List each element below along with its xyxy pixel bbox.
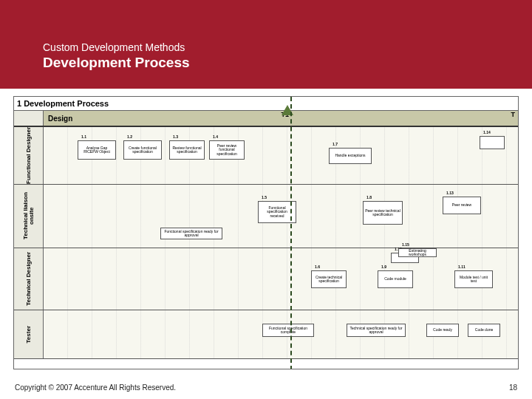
process-box-number: 1.6	[315, 265, 320, 270]
process-box: Analyse Gap RICEFW Object1.1	[78, 140, 116, 160]
process-box-number: 1.13	[446, 191, 454, 196]
header-subtitle: Custom Development Methods	[43, 41, 190, 53]
phase-design: Design T1 T	[44, 111, 518, 126]
lane-label-td: Technical Designer	[26, 252, 32, 306]
process-box: Review functional specification1.3	[169, 140, 205, 160]
lane-technical-designer: Technical Designer Create technical spec…	[14, 248, 518, 310]
lane-label-tl: Technical liaison onsite	[23, 185, 35, 248]
lane-tester: Tester Functional specification complete…	[14, 310, 518, 359]
process-diagram: 1 Development Process Design T1 T Functi…	[13, 96, 519, 369]
process-box-number: 1.7	[332, 143, 338, 147]
process-box-number: 1.14	[483, 131, 491, 135]
process-box-number: 1.11	[458, 265, 466, 270]
process-box: Module test / unit test1.11	[454, 270, 493, 288]
vline-t1	[290, 97, 292, 369]
slide-header: Custom Development Methods Development P…	[0, 0, 532, 89]
diagram-title: 1 Development Process	[14, 97, 518, 111]
process-box-number: 1.3	[173, 135, 178, 140]
swimlanes: Functional Designer Analyse Gap RICEFW O…	[14, 127, 518, 369]
process-box-number: 1.15	[402, 243, 409, 248]
milestone-t-label: T	[511, 111, 516, 118]
process-box: Functional specification ready for appro…	[160, 228, 222, 239]
process-box: 1.14	[480, 136, 505, 149]
phase-row: Design T1 T	[14, 111, 518, 127]
process-box: Peer review1.13	[443, 197, 481, 214]
header-title: Development Process	[43, 55, 190, 71]
phase-design-label: Design	[48, 115, 72, 123]
lane-functional-designer: Functional Designer Analyse Gap RICEFW O…	[14, 127, 518, 185]
lane-technical-liaison: Technical liaison onsite Functional spec…	[14, 185, 518, 248]
process-box-number: 1.8	[366, 196, 372, 200]
process-box: Code module1.9	[378, 270, 413, 288]
process-box: Technical specification ready for approv…	[347, 324, 406, 337]
process-box-number: 1.1	[81, 135, 86, 140]
process-box: Peer review functional specification1.4	[209, 140, 245, 160]
process-box-number: 1.9	[381, 265, 386, 270]
process-box: Functional specification complete	[262, 324, 314, 337]
phase-label-blank	[14, 111, 44, 126]
copyright-text: Copyright © 2007 Accenture All Rights Re…	[15, 383, 176, 392]
process-box-number: 1.2	[127, 135, 132, 140]
process-box-number: 1.4	[213, 135, 218, 140]
process-box: Code done	[468, 324, 500, 337]
page-number: 18	[509, 383, 517, 392]
lane-label-ts: Tester	[26, 326, 32, 343]
process-box: Code ready	[426, 324, 459, 337]
process-box: Create technical specification1.6	[311, 270, 347, 288]
slide-footer: Copyright © 2007 Accenture All Rights Re…	[15, 383, 517, 392]
process-box-number: 1.5	[262, 196, 267, 200]
lane-label-fd: Functional Designer	[26, 127, 32, 184]
process-box: Peer review technical specification1.8	[363, 201, 403, 225]
process-box: Estimating workshops1.15	[398, 248, 437, 257]
process-box: Create functional specification1.2	[123, 140, 162, 160]
process-box: Handle exceptions1.7	[329, 148, 372, 164]
